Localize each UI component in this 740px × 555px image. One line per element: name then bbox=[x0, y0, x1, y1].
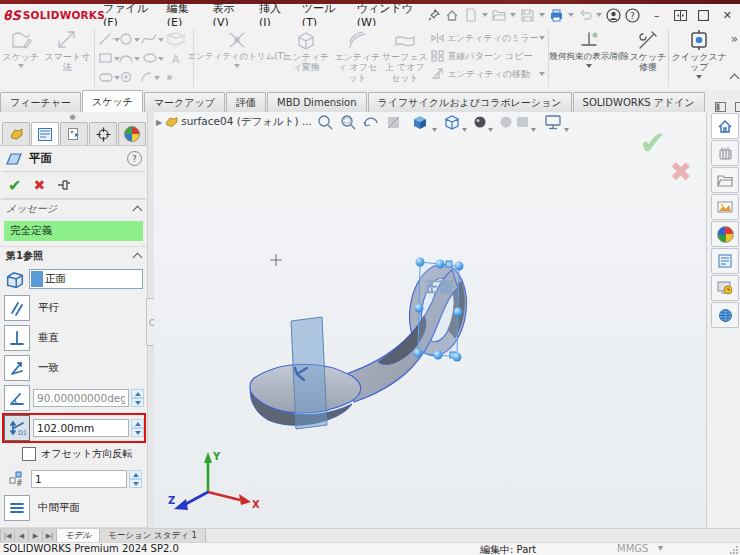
undo-icon[interactable] bbox=[578, 7, 592, 23]
tab-property-manager[interactable] bbox=[31, 122, 59, 145]
toolbar-more-icon[interactable]: » bbox=[731, 32, 738, 46]
help-icon[interactable]: ? bbox=[625, 7, 640, 23]
offset-entities-button[interactable]: エンティティ オフセット bbox=[334, 26, 381, 90]
save-icon[interactable] bbox=[520, 7, 534, 23]
dock-left-icon[interactable] bbox=[715, 102, 726, 112]
mirror-caret[interactable] bbox=[539, 36, 545, 40]
message-collapse-icon[interactable] bbox=[133, 206, 143, 216]
first-tab-button[interactable]: |◀ bbox=[0, 529, 15, 543]
offset-on-surface-button[interactable]: サーフェス上 でオフセット bbox=[381, 26, 428, 90]
task-pane-home-button[interactable] bbox=[711, 113, 739, 139]
tab-solidworks-addins[interactable]: SOLIDWORKS アドイン bbox=[573, 92, 705, 112]
tab-mbd-dimension[interactable]: MBD Dimension bbox=[267, 92, 367, 112]
tab-configuration-manager[interactable] bbox=[60, 122, 88, 145]
trim-entities-caret[interactable] bbox=[234, 64, 240, 68]
forum-button[interactable] bbox=[711, 302, 739, 328]
tab-features[interactable]: フィーチャー bbox=[0, 92, 81, 112]
model-tab[interactable]: モデル bbox=[57, 529, 100, 543]
view-palette-button[interactable] bbox=[711, 194, 739, 220]
trim-entities-button[interactable]: エンティティのトリム(T) bbox=[195, 26, 279, 90]
offset-plane-preview[interactable] bbox=[291, 317, 327, 429]
convert-entities-button[interactable]: エンティティ変換 bbox=[279, 26, 334, 90]
relations-caret[interactable] bbox=[586, 64, 592, 68]
fully-defined-status: 完全定義 bbox=[4, 221, 143, 241]
custom-properties-button[interactable] bbox=[711, 248, 739, 274]
undo-caret[interactable] bbox=[596, 13, 602, 17]
close-button[interactable]: ✕ bbox=[719, 7, 737, 23]
open-file-caret[interactable] bbox=[510, 13, 516, 17]
sketch-entities-group[interactable]: A bbox=[96, 26, 192, 90]
new-file-caret[interactable] bbox=[482, 13, 488, 17]
tab-evaluate[interactable]: 評価 bbox=[226, 92, 266, 112]
title-bar: ϐS SOLIDWORKS ファイル(F) 編集(E) 表示(V) 挿入(I) … bbox=[0, 4, 740, 26]
parallel-button[interactable] bbox=[4, 295, 30, 321]
save-caret[interactable] bbox=[539, 13, 545, 17]
pm-help-icon[interactable]: ? bbox=[127, 151, 142, 166]
design-library-button[interactable] bbox=[711, 140, 739, 166]
count-spinner[interactable] bbox=[129, 470, 142, 488]
front-reference-plane[interactable]: 正面 bbox=[414, 258, 464, 362]
sketch-caret[interactable] bbox=[18, 64, 24, 68]
print-icon[interactable] bbox=[549, 7, 564, 23]
quick-snaps-button[interactable]: クイックスナップ bbox=[670, 26, 729, 90]
dock-right-icon[interactable] bbox=[735, 102, 740, 112]
distance-spinner[interactable] bbox=[131, 419, 144, 437]
cam-technology-database-button[interactable] bbox=[711, 275, 739, 301]
first-reference-collapse-icon[interactable] bbox=[133, 253, 143, 263]
plane-count-input[interactable] bbox=[31, 470, 127, 488]
last-tab-button[interactable]: ▶| bbox=[43, 529, 57, 543]
move-caret[interactable] bbox=[539, 72, 545, 76]
ok-button[interactable]: ✔ bbox=[8, 176, 21, 195]
split-window-button[interactable] bbox=[671, 7, 689, 23]
graphics-viewport[interactable]: ▶ surface04 (デフォルト) ... bbox=[154, 112, 706, 528]
sketch-button[interactable]: スケッチ bbox=[0, 26, 42, 90]
angle-spinner[interactable] bbox=[131, 389, 144, 407]
move-entities-button[interactable]: エンティティの移動 bbox=[431, 65, 547, 83]
minimize-button[interactable]: – bbox=[648, 7, 666, 23]
new-file-icon[interactable] bbox=[464, 7, 478, 23]
angle-button[interactable] bbox=[4, 385, 30, 411]
menu-pin-icon[interactable] bbox=[427, 7, 441, 23]
flip-offset-checkbox[interactable] bbox=[22, 447, 36, 461]
tab-markup[interactable]: マークアップ bbox=[144, 92, 225, 112]
status-caret[interactable]: ▾ bbox=[658, 542, 663, 553]
smart-dimension-button[interactable]: スマート寸法 bbox=[42, 26, 93, 90]
file-explorer-button[interactable] bbox=[711, 167, 739, 193]
tab-sketch[interactable]: スケッチ bbox=[82, 90, 143, 112]
reference-input[interactable]: 正面 bbox=[29, 269, 143, 289]
account-icon[interactable] bbox=[606, 7, 621, 23]
first-reference-section-header[interactable]: 第1参照 bbox=[0, 246, 147, 265]
mirror-entities-button[interactable]: エンティティのミラー bbox=[431, 29, 547, 47]
angle-input[interactable] bbox=[33, 389, 129, 407]
next-tab-button[interactable]: ▶ bbox=[29, 529, 43, 543]
home-button-icon[interactable] bbox=[445, 7, 459, 23]
display-delete-relations-button[interactable]: 幾何拘束の表示/削除 bbox=[549, 26, 629, 90]
appearances-scenes-button[interactable] bbox=[711, 221, 739, 247]
coincident-button[interactable] bbox=[4, 355, 30, 381]
units-indicator[interactable]: MMGS bbox=[617, 543, 648, 554]
midplane-button[interactable] bbox=[4, 495, 30, 521]
tab-lifecycle-collaboration[interactable]: ライフサイクルおよびコラボレーション bbox=[368, 92, 572, 112]
tab-dimxpert-manager[interactable] bbox=[89, 122, 117, 145]
perpendicular-button[interactable] bbox=[4, 325, 30, 351]
offset-distance-input[interactable] bbox=[33, 419, 129, 437]
tab-feature-manager[interactable] bbox=[2, 122, 30, 145]
message-section-header[interactable]: メッセージ bbox=[0, 199, 147, 218]
resize-grip[interactable] bbox=[728, 544, 739, 555]
pin-button[interactable] bbox=[57, 179, 71, 191]
quick-snaps-caret[interactable] bbox=[696, 75, 702, 79]
repair-sketch-button[interactable]: スケッチ 修復 bbox=[629, 26, 667, 90]
print-caret[interactable] bbox=[568, 13, 574, 17]
maximize-button[interactable] bbox=[695, 7, 713, 23]
linear-pattern-button[interactable]: 直線パターン コピー bbox=[431, 47, 547, 65]
cancel-button[interactable]: ✖ bbox=[33, 177, 45, 193]
open-file-icon[interactable] bbox=[492, 7, 506, 23]
motion-study-tab[interactable]: モーション スタディ 1 bbox=[100, 529, 206, 543]
offset-distance-button[interactable]: D1 bbox=[4, 415, 30, 441]
perpendicular-row: 垂直 bbox=[0, 323, 147, 353]
toolbar-collapse-icon[interactable] bbox=[729, 74, 739, 84]
plane-square-handle[interactable] bbox=[446, 261, 452, 267]
tab-display-manager[interactable] bbox=[118, 122, 146, 145]
panel-grip[interactable]: ● bbox=[0, 112, 147, 122]
prev-tab-button[interactable]: ◀ bbox=[15, 529, 29, 543]
